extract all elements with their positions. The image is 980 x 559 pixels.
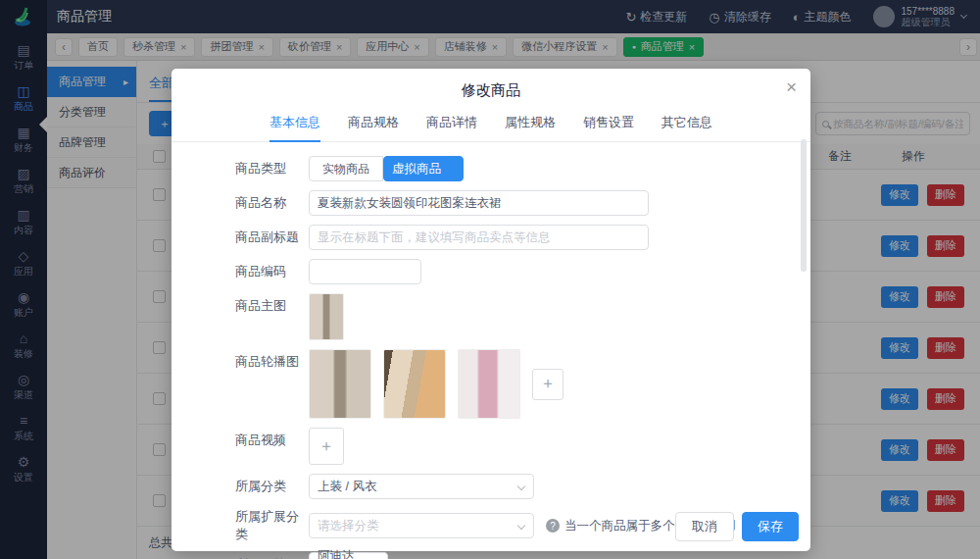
field-product-code: 商品编码 [235,259,781,284]
chevron-down-icon [517,522,525,530]
tab-other-info[interactable]: 其它信息 [662,114,712,141]
modal-tabs: 基本信息 商品规格 商品详情 属性规格 销售设置 其它信息 [172,114,810,142]
field-product-video: 商品视频 ＋ [235,428,781,465]
modal-scrollbar[interactable] [801,139,807,272]
field-product-subtitle: 商品副标题 [235,225,781,250]
chevron-down-icon [517,483,525,490]
carousel-image-2[interactable] [383,349,446,419]
type-physical-button[interactable]: 实物商品 [309,156,383,181]
carousel-image-3[interactable] [458,349,520,419]
tab-attribute-spec[interactable]: 属性规格 [505,114,556,141]
modal-footer: 取消 保存 [675,512,799,541]
category-select[interactable]: 上装 / 风衣 [309,474,534,499]
modal-body: 商品类型 实物商品 虚拟商品 商品名称 商品副标题 商品编码 商品主图 商品轮播… [172,142,810,559]
field-product-name: 商品名称 [235,190,781,216]
ext-category-select[interactable]: 请选择分类 [309,513,534,538]
modal-title: 修改商品 [172,69,810,100]
help-icon: ? [546,519,560,533]
tab-sales-settings[interactable]: 销售设置 [583,114,634,141]
edit-product-modal: × 修改商品 基本信息 商品规格 商品详情 属性规格 销售设置 其它信息 商品类… [172,69,810,551]
field-category: 所属分类 上装 / 风衣 [235,474,781,499]
product-code-input[interactable] [309,259,421,284]
product-name-input[interactable] [309,190,649,216]
save-button[interactable]: 保存 [742,512,799,541]
brand-select[interactable]: 阿迪达斯 [309,552,388,559]
add-video-button[interactable]: ＋ [309,428,344,465]
carousel-image-1[interactable] [309,349,371,419]
tab-product-detail[interactable]: 商品详情 [426,114,477,141]
add-carousel-image-button[interactable]: ＋ [532,369,564,400]
tab-basic-info[interactable]: 基本信息 [270,114,320,142]
cancel-button[interactable]: 取消 [675,512,734,541]
type-virtual-button[interactable]: 虚拟商品 [383,156,464,181]
close-icon[interactable]: × [786,76,797,98]
field-main-image: 商品主图 [235,293,781,340]
main-image-thumbnail[interactable] [309,293,344,340]
tab-product-spec[interactable]: 商品规格 [348,114,399,141]
field-product-type: 商品类型 实物商品 虚拟商品 [235,156,781,181]
field-brand: 所属品牌 阿迪达斯 [235,552,781,559]
field-carousel-images: 商品轮播图 ＋ [235,349,781,419]
product-subtitle-input[interactable] [309,225,649,250]
